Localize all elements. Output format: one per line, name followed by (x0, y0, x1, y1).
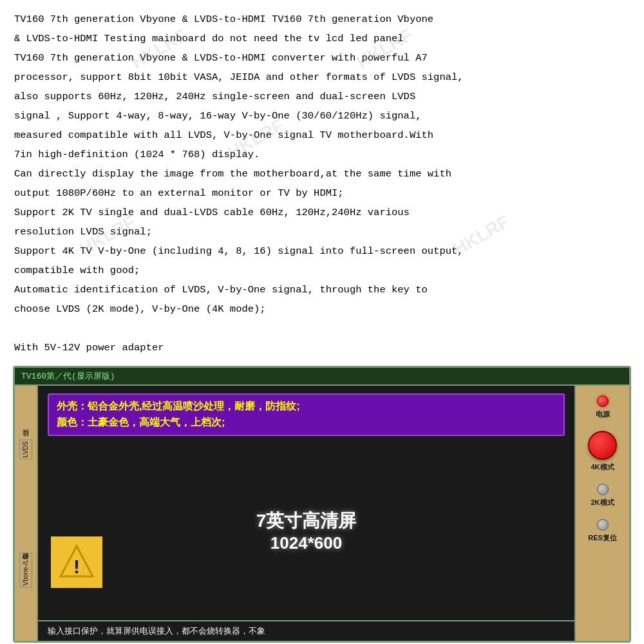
power-label: 电源 (596, 410, 610, 419)
desc-power: With 5V-12V power adapter (14, 340, 630, 355)
device-image: HKLRF HKLRF HKLRF HKLRF HKLRF TV160第／代(显… (13, 366, 631, 643)
device-top-bar: TV160第／代(显示屏版) (15, 368, 629, 386)
description-section: TV160 7th generation Vbyone & LVDS-to-HD… (0, 0, 644, 366)
2k-mode-control[interactable]: 2K模式 (591, 484, 614, 507)
lvds-label: LVDS接口 (19, 439, 32, 459)
desc-line-13: compatible with good; (14, 263, 630, 278)
desc-line-16 (14, 321, 630, 336)
left-labels: LVDS接口 Vbone-群创/LG (15, 386, 38, 641)
warning-icon: ! (51, 536, 102, 588)
desc-line-8: Can directly display the image from the … (14, 166, 630, 182)
desc-line-6: measured compatible with all LVDS, V-by-… (14, 128, 630, 143)
4k-mode-button[interactable] (588, 431, 617, 460)
bottom-text-bar: 输入接口保护，就算屏供电误接入，都不会烧转换器，不象 (38, 620, 574, 641)
desc-line-11: resolution LVDS signal; (14, 224, 630, 240)
screen-text1: 7英寸高清屏 (256, 509, 357, 533)
desc-line-2: TV160 7th generation Vbyone & LVDS-to-HD… (14, 50, 630, 66)
desc-line-10: Support 2K TV single and dual-LVDS cable… (14, 205, 630, 220)
desc-line-7: 7in high-definition (1024 * 768) display… (14, 147, 630, 162)
page-container: HKLRF HKLRF HKLRF HKLRF HKLRF TV160 7th … (0, 0, 644, 644)
desc-line-3: processor, support 8bit 10bit VASA, JEID… (14, 70, 630, 85)
purple-line1: 外壳：铝合金外壳,经过高温喷沙处理，耐磨，防指纹; (57, 400, 556, 413)
desc-line-4: also supports 60Hz, 120Hz, 240Hz single-… (14, 89, 630, 104)
purple-line2: 颜色：土豪金色，高端大气，上档次; (57, 416, 556, 430)
device-top-bar-text: TV160第／代(显示屏版) (21, 370, 115, 382)
desc-line-9: output 1080P/60Hz to an external monitor… (14, 185, 630, 201)
desc-line-5: signal , Support 4-way, 8-way, 16-way V-… (14, 108, 630, 124)
2k-mode-button[interactable] (597, 484, 609, 495)
screen-center: ! 7英寸高清屏 1024*600 (38, 441, 574, 620)
desc-line-1: TV160 7th generation Vbyone & LVDS-to-HD… (14, 12, 630, 27)
svg-text:!: ! (71, 557, 82, 579)
screen-text2: 1024*600 (270, 533, 342, 553)
2k-mode-label: 2K模式 (591, 498, 614, 507)
res-label: RES复位 (588, 533, 617, 543)
desc-line-14: Automatic identification of LVDS, V-by-O… (14, 282, 630, 298)
desc-line-1b: & LVDS-to-HDMI Testing mainboard do not … (14, 31, 630, 46)
desc-line-15: choose LVDS (2K mode), V-by-One (4K mode… (14, 301, 630, 317)
res-control[interactable]: RES复位 (588, 519, 617, 543)
desc-line-12: Support 4K TV V-by-One (including 4, 8, … (14, 243, 630, 259)
purple-banner: 外壳：铝合金外壳,经过高温喷沙处理，耐磨，防指纹; 颜色：土豪金色，高端大气，上… (48, 393, 565, 436)
power-led (597, 395, 609, 407)
power-control: 电源 (596, 395, 610, 419)
4k-mode-control[interactable]: 4K模式 (588, 431, 617, 472)
res-button[interactable] (597, 519, 609, 531)
right-controls: 电源 4K模式 2K模式 RES复位 (574, 386, 629, 641)
4k-mode-label: 4K模式 (591, 462, 614, 472)
vbone-label: Vbone-群创/LG (19, 553, 32, 587)
device-body: LVDS接口 Vbone-群创/LG 外壳：铝合金外壳,经过高温喷沙处理，耐磨，… (15, 386, 629, 641)
screen-area: 外壳：铝合金外壳,经过高温喷沙处理，耐磨，防指纹; 颜色：土豪金色，高端大气，上… (38, 386, 574, 641)
